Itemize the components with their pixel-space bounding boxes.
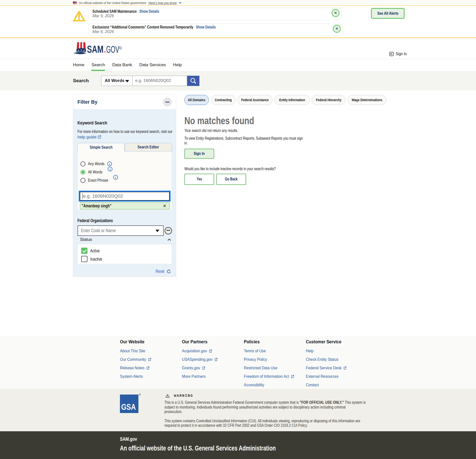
svg-text:SAM: SAM: [87, 44, 103, 54]
svg-text:R: R: [120, 47, 121, 49]
svg-text:GOV: GOV: [106, 44, 119, 54]
